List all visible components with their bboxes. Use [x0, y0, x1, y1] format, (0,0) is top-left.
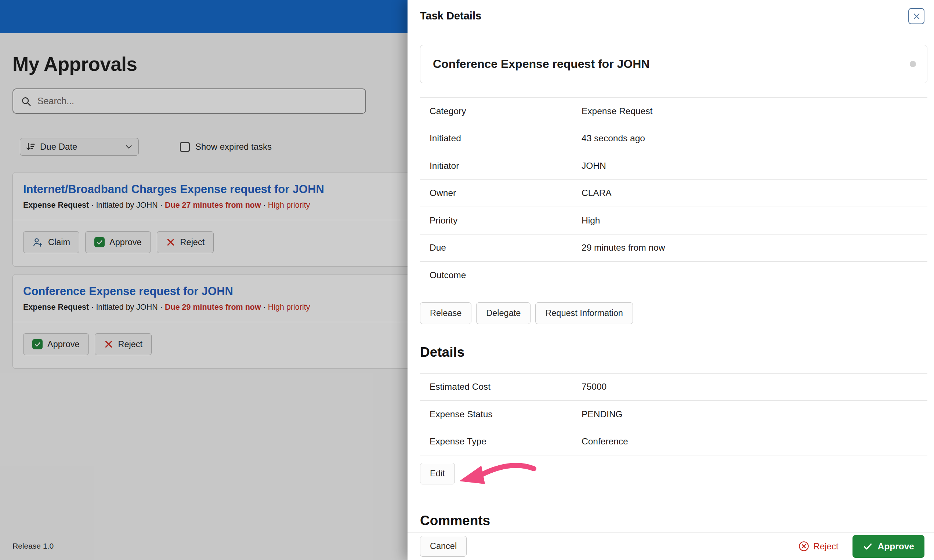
check-icon	[863, 541, 873, 551]
task-details-panel: Task Details Conference Expense request …	[407, 0, 934, 560]
details-heading: Details	[420, 345, 927, 360]
footer-approve-button[interactable]: Approve	[852, 535, 925, 558]
info-row: Initiated43 seconds ago	[420, 125, 927, 153]
edit-button[interactable]: Edit	[420, 463, 455, 485]
details-label: Estimated Cost	[430, 382, 581, 392]
details-value: 75000	[581, 382, 927, 392]
info-label: Owner	[430, 188, 581, 198]
info-label: Outcome	[430, 270, 581, 280]
task-info-table: CategoryExpense Request Initiated43 seco…	[420, 97, 927, 289]
delegate-button[interactable]: Delegate	[476, 302, 530, 324]
details-table: Estimated Cost75000 Expense StatusPENDIN…	[420, 373, 927, 456]
info-label: Initiator	[430, 161, 581, 171]
annotation-arrow-icon	[459, 459, 538, 489]
edit-row: Edit	[420, 463, 927, 485]
info-value: 43 seconds ago	[581, 133, 927, 143]
info-value: High	[581, 215, 927, 226]
cancel-button[interactable]: Cancel	[420, 536, 467, 557]
info-label: Due	[430, 243, 581, 253]
info-value: 29 minutes from now	[581, 243, 927, 253]
status-dot	[910, 61, 916, 67]
details-value: Conference	[581, 436, 927, 447]
info-row: Due29 minutes from now	[420, 234, 927, 262]
footer-approve-label: Approve	[878, 541, 914, 552]
task-summary-card: Conference Expense request for JOHN	[420, 45, 927, 83]
release-button[interactable]: Release	[420, 302, 472, 324]
panel-action-buttons: Release Delegate Request Information	[420, 302, 927, 324]
info-label: Priority	[430, 215, 581, 226]
details-row: Estimated Cost75000	[420, 374, 927, 401]
details-value: PENDING	[581, 409, 927, 420]
info-row: OwnerCLARA	[420, 180, 927, 207]
info-label: Initiated	[430, 133, 581, 143]
info-value: CLARA	[581, 188, 927, 198]
info-label: Category	[430, 106, 581, 116]
close-icon	[912, 12, 921, 21]
panel-footer: Cancel Reject Approve	[407, 532, 934, 560]
footer-reject-button[interactable]: Reject	[798, 540, 838, 552]
info-row: PriorityHigh	[420, 207, 927, 234]
reject-circle-icon	[798, 540, 809, 552]
details-row: Expense StatusPENDING	[420, 401, 927, 428]
info-value: JOHN	[581, 161, 927, 171]
info-value: Expense Request	[581, 106, 927, 116]
info-row: CategoryExpense Request	[420, 98, 927, 125]
footer-reject-label: Reject	[814, 541, 838, 552]
info-row: InitiatorJOHN	[420, 152, 927, 180]
panel-title: Task Details	[420, 10, 927, 22]
details-label: Expense Type	[430, 436, 581, 447]
details-row: Expense TypeConference	[420, 428, 927, 456]
task-summary-title: Conference Expense request for JOHN	[433, 57, 910, 71]
info-row: Outcome	[420, 262, 927, 289]
details-label: Expense Status	[430, 409, 581, 420]
request-information-button[interactable]: Request Information	[535, 302, 633, 324]
comments-heading: Comments	[420, 513, 927, 528]
close-button[interactable]	[908, 8, 925, 24]
